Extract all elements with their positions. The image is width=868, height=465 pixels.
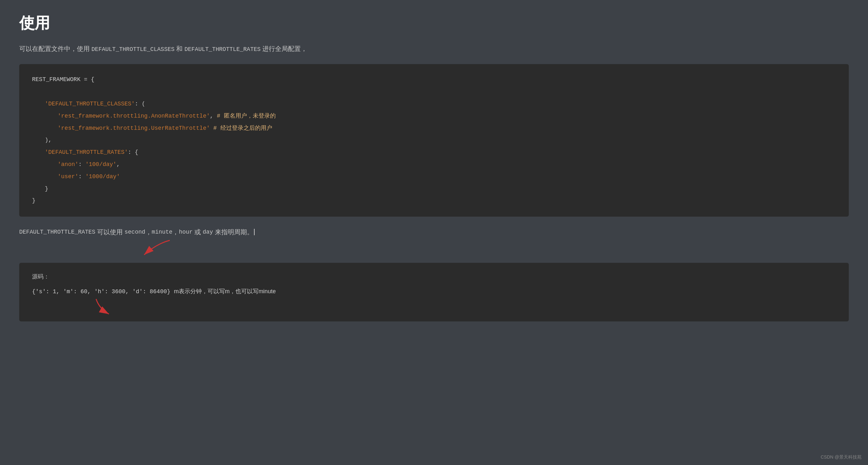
code-line-8: 'user': '1000/day': [58, 171, 836, 183]
code-line-5: ),: [45, 134, 836, 146]
code-line-1: REST_FRAMEWORK = {: [32, 74, 836, 86]
desc-code5: day: [203, 227, 213, 237]
watermark: CSDN @景天科技苑: [820, 455, 862, 460]
code-line-6: 'DEFAULT_THROTTLE_RATES': {: [45, 146, 836, 158]
desc-sep1: ，: [146, 226, 152, 238]
desc-text2: 或: [193, 226, 203, 238]
desc-code2: second: [125, 227, 146, 237]
desc-text3: 来指明周期。: [213, 226, 253, 238]
main-code-block: REST_FRAMEWORK = { 'DEFAULT_THROTTLE_CLA…: [19, 64, 849, 216]
bottom-arrow-container: [32, 297, 836, 313]
source-code-text: {'s': 1, 'm': 60, 'h': 3600, 'd': 86400}: [32, 288, 170, 295]
intro-text: 可以在配置文件中，使用 DEFAULT_THROTTLE_CLASSES 和 D…: [19, 43, 849, 55]
source-code-line: {'s': 1, 'm': 60, 'h': 3600, 'd': 86400}…: [32, 286, 836, 297]
code-line-3: 'rest_framework.throttling.AnonRateThrot…: [58, 110, 836, 122]
desc-code3: minute: [152, 227, 173, 237]
code-line-9: }: [45, 183, 836, 195]
code-line-blank1: [32, 86, 836, 98]
arrow-container: [19, 240, 849, 260]
intro-text-before: 可以在配置文件中，使用: [19, 45, 90, 52]
source-label: 源码：: [32, 271, 836, 282]
intro-code2: DEFAULT_THROTTLE_RATES: [185, 46, 261, 53]
desc-code1: DEFAULT_THROTTLE_RATES: [19, 227, 95, 237]
description-line: DEFAULT_THROTTLE_RATES 可以使用 second ， min…: [19, 226, 849, 238]
desc-text1: 可以使用: [95, 226, 125, 238]
desc-code4: hour: [179, 227, 192, 237]
intro-code1: DEFAULT_THROTTLE_CLASSES: [92, 46, 175, 53]
code-line-4: 'rest_framework.throttling.UserRateThrot…: [58, 122, 836, 135]
arrow-to-hour: [131, 237, 195, 260]
page-title: 使用: [19, 13, 849, 33]
code-line-2: 'DEFAULT_THROTTLE_CLASSES': (: [45, 98, 836, 110]
code-line-7: 'anon': '100/day',: [58, 158, 836, 171]
intro-text-middle: 和: [176, 45, 183, 52]
bottom-arrow: [90, 297, 128, 317]
source-code-block: 源码： {'s': 1, 'm': 60, 'h': 3600, 'd': 86…: [19, 263, 849, 321]
description-wrapper: DEFAULT_THROTTLE_RATES 可以使用 second ， min…: [19, 226, 849, 260]
source-cn-explanation: m表示分钟，可以写m，也可以写minute: [174, 288, 276, 294]
intro-text-after: 进行全局配置，: [262, 45, 307, 52]
code-line-10: }: [32, 195, 836, 207]
text-cursor: [254, 229, 255, 235]
desc-sep2: ，: [172, 226, 179, 238]
